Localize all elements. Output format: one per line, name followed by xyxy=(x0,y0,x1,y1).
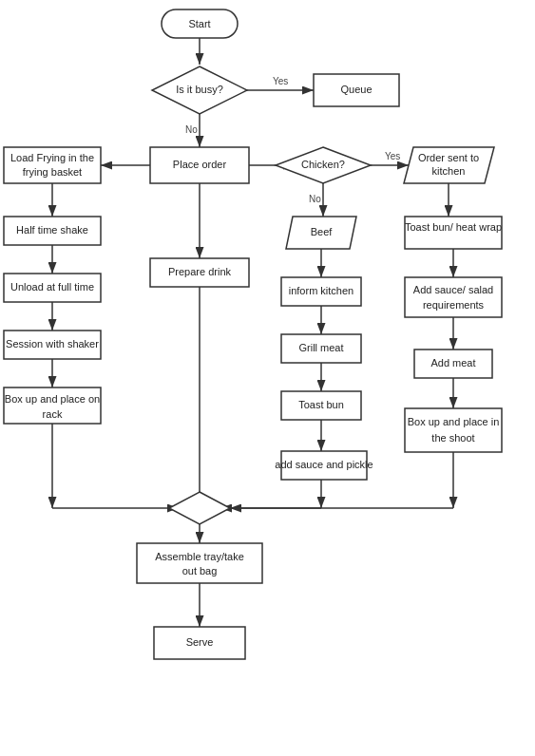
session-label: Session with shaker xyxy=(6,338,99,350)
box-shoot-label2: the shoot xyxy=(431,432,474,444)
load-frying-label1: Load Frying in the xyxy=(10,152,94,163)
place-order-label: Place order xyxy=(173,159,227,170)
serve-label: Serve xyxy=(186,636,214,648)
order-sent-label: Order sent to xyxy=(418,152,479,163)
grill-meat-label: Grill meat xyxy=(298,342,343,353)
no-label-1: No xyxy=(185,124,198,135)
start-label: Start xyxy=(188,18,210,29)
add-sauce-label: add sauce and pickle xyxy=(275,459,373,470)
beef-label: Beef xyxy=(311,226,334,237)
yes-label-2: Yes xyxy=(385,151,400,161)
inform-kitchen-label: inform kitchen xyxy=(289,285,353,296)
box-shoot-node xyxy=(405,408,502,452)
box-rack-label2: rack xyxy=(43,408,63,420)
assemble-node xyxy=(137,543,262,583)
prepare-drink-label: Prepare drink xyxy=(168,266,232,277)
add-meat-label: Add meat xyxy=(430,357,475,369)
no-label-2: No xyxy=(309,194,321,204)
assemble-label1: Assemble tray/take xyxy=(155,551,244,562)
is-busy-label: Is it busy? xyxy=(176,84,223,95)
merge-diamond xyxy=(169,492,230,524)
add-sauce-salad-label1: Add sauce/ salad xyxy=(413,284,493,295)
box-shoot-label1: Box up and place in xyxy=(408,416,500,427)
assemble-label2: out bag xyxy=(182,565,218,576)
yes-label-1: Yes xyxy=(273,76,288,86)
add-sauce-salad-label2: requirements xyxy=(423,299,485,311)
queue-label: Queue xyxy=(340,84,372,95)
load-frying-label2: frying basket xyxy=(23,166,82,178)
toast-bun-label: Toast bun xyxy=(298,399,344,410)
order-sent-label2: kitchen xyxy=(432,165,466,177)
chicken-label: Chicken? xyxy=(301,159,345,170)
half-time-label: Half time shake xyxy=(16,224,88,236)
unload-label: Unload at full time xyxy=(10,281,94,293)
toast-bun-wrap-label1: Toast bun/ heat wrap xyxy=(405,221,502,233)
box-rack-label1: Box up and place on xyxy=(5,393,100,405)
